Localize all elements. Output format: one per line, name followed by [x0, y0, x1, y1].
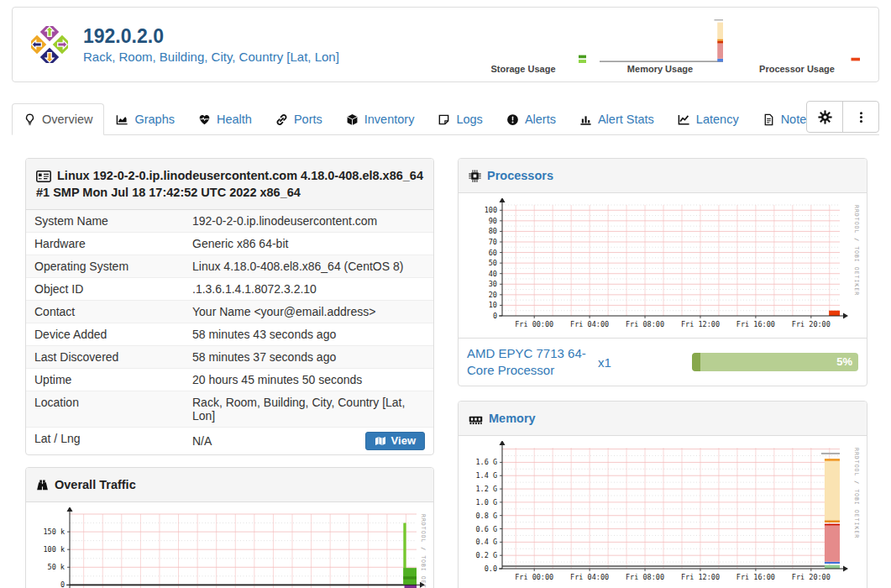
device-settings-button[interactable] — [807, 102, 842, 132]
microchip-icon — [469, 170, 481, 182]
heart-pulse-icon — [198, 113, 211, 126]
svg-text:70: 70 — [489, 238, 497, 246]
svg-text:0.2 G: 0.2 G — [475, 551, 497, 559]
svg-text:60: 60 — [489, 249, 497, 257]
view-button-label: View — [391, 434, 416, 448]
row-label: Operating System — [26, 255, 184, 277]
overall-traffic-panel: Overall Traffic 050 k100 k150 kRRDTOOL /… — [25, 467, 434, 588]
row-label: Object ID — [26, 278, 184, 300]
device-header-card: 192.0.2.0 Rack, Room, Building, City, Co… — [12, 7, 879, 82]
row-value: Your Name <your@email.address> — [184, 301, 433, 323]
svg-text:Fri 04:00: Fri 04:00 — [570, 320, 609, 328]
memory-graph[interactable]: 0.00.2 G0.4 G0.6 G0.8 G1.0 G1.2 G1.4 G1.… — [464, 441, 860, 585]
cpu-usage-fill — [692, 353, 700, 371]
area-chart-icon — [116, 113, 128, 126]
table-row: Operating SystemLinux 4.18.0-408.el8.x86… — [26, 255, 433, 277]
storage-usage-label: Storage Usage — [460, 64, 586, 74]
storage-usage-sparkline[interactable] — [460, 19, 586, 63]
row-label: System Name — [26, 210, 184, 232]
cpu-name-link[interactable]: AMD EPYC 7713 64-Core Processor — [467, 345, 593, 379]
row-label: Device Added — [26, 323, 184, 345]
memory-usage-sparkline[interactable] — [597, 19, 723, 63]
processors-graph[interactable]: 0102030405060708090100Fri 00:00Fri 04:00… — [464, 198, 860, 333]
svg-text:Fri 16:00: Fri 16:00 — [736, 320, 775, 328]
svg-text:50: 50 — [489, 259, 497, 267]
table-row: HardwareGeneric x86 64-bit — [26, 232, 433, 255]
tab-graphs[interactable]: Graphs — [104, 103, 186, 135]
cpu-count: x1 — [598, 355, 611, 370]
svg-text:0.4 G: 0.4 G — [475, 538, 497, 546]
svg-text:30: 30 — [489, 280, 497, 288]
processor-usage-label: Processor Usage — [734, 64, 860, 74]
mini-graph-memory: Memory Usage — [597, 19, 723, 74]
memory-header: Memory — [459, 402, 867, 436]
row-value: 192-0-2-0.ip.linodeusercontent.com — [184, 210, 433, 232]
tab-logs[interactable]: Logs — [426, 103, 494, 135]
centos-logo — [31, 26, 68, 63]
tab-inventory[interactable]: Inventory — [334, 103, 427, 135]
table-row: Last Discovered58 minutes 37 seconds ago — [26, 345, 433, 368]
id-card-icon — [36, 171, 51, 182]
device-overview-page: 192.0.2.0 Rack, Room, Building, City, Co… — [0, 0, 891, 588]
processors-title: Processors — [487, 169, 553, 182]
system-info-header: Linux 192-0-2-0.ip.linodeusercontent.com… — [26, 159, 433, 210]
tab-label: Alert Stats — [598, 113, 654, 126]
memory-usage-label: Memory Usage — [597, 64, 723, 74]
processor-usage-sparkline[interactable] — [734, 19, 860, 63]
svg-text:80: 80 — [489, 227, 497, 235]
row-value: Rack, Room, Building, City, Country [Lat… — [184, 391, 433, 427]
rrdtool-watermark: RRDTOOL / TOBI OETIKER — [420, 514, 427, 588]
svg-text:0.8 G: 0.8 G — [475, 512, 497, 520]
row-value: 58 minutes 43 seconds ago — [184, 323, 433, 345]
cpu-usage-percent: 5% — [836, 353, 852, 371]
svg-text:Fri 16:00: Fri 16:00 — [736, 573, 775, 581]
tab-health[interactable]: Health — [186, 103, 264, 135]
binoculars-icon — [36, 479, 49, 491]
tab-label: Overview — [42, 113, 92, 126]
row-value: N/A View — [184, 428, 433, 454]
row-label: Location — [26, 391, 184, 427]
rrdtool-watermark: RRDTOOL / TOBI OETIKER — [853, 448, 860, 538]
tab-alert-stats[interactable]: Alert Stats — [568, 103, 666, 135]
svg-text:100 k: 100 k — [43, 545, 65, 554]
svg-text:1.2 G: 1.2 G — [475, 485, 497, 493]
system-info-panel: Linux 192-0-2-0.ip.linodeusercontent.com… — [25, 158, 434, 455]
view-map-button[interactable]: View — [365, 432, 425, 450]
link-icon — [275, 113, 288, 126]
svg-text:Fri 00:00: Fri 00:00 — [515, 320, 553, 328]
device-tabbar: Overview Graphs Health Ports Inventory L… — [12, 99, 879, 135]
bar-chart-icon — [579, 113, 592, 126]
svg-text:1.6 G: 1.6 G — [475, 458, 497, 466]
tab-ports[interactable]: Ports — [264, 103, 334, 135]
svg-text:Fri 12:00: Fri 12:00 — [681, 573, 720, 581]
table-row: Uptime20 hours 45 minutes 50 seconds — [26, 368, 433, 391]
cube-icon — [346, 113, 359, 126]
row-value: 58 minutes 37 seconds ago — [184, 346, 433, 368]
svg-text:0: 0 — [60, 580, 65, 588]
cpu-usage-bar: 5% — [692, 353, 858, 371]
tab-overview[interactable]: Overview — [12, 103, 104, 135]
tab-action-buttons — [806, 101, 879, 133]
device-location-link[interactable]: Rack, Room, Building, City, Country [Lat… — [83, 50, 339, 64]
tab-latency[interactable]: Latency — [666, 103, 751, 135]
file-lines-icon — [763, 113, 775, 126]
overall-traffic-graph[interactable]: 050 k100 k150 kRRDTOOL / TOBI OETIKER — [31, 507, 427, 588]
overall-traffic-title: Overall Traffic — [55, 478, 136, 491]
rrdtool-watermark: RRDTOOL / TOBI OETIKER — [853, 205, 860, 296]
svg-text:Fri 20:00: Fri 20:00 — [792, 320, 831, 328]
row-label: Lat / Lng — [26, 428, 184, 454]
device-titles: 192.0.2.0 Rack, Room, Building, City, Co… — [83, 25, 339, 64]
svg-text:150 k: 150 k — [43, 528, 65, 536]
tab-alerts[interactable]: Alerts — [495, 103, 568, 135]
map-icon — [375, 436, 386, 446]
svg-text:50 k: 50 k — [48, 563, 65, 571]
tab-label: Latency — [696, 113, 739, 126]
tab-label: Inventory — [364, 113, 415, 126]
system-info-table: System Name192-0-2-0.ip.linodeuserconten… — [26, 210, 433, 454]
device-more-menu-button[interactable] — [842, 102, 878, 132]
memory-panel: Memory 0.00.2 G0.4 G0.6 G0.8 G1.0 G1.2 G… — [458, 401, 867, 588]
latlng-value: N/A — [192, 434, 212, 448]
tab-label: Alerts — [525, 113, 556, 126]
row-value: 20 hours 45 minutes 50 seconds — [184, 369, 433, 391]
processor-row: AMD EPYC 7713 64-Core Processor x1 5% — [459, 338, 867, 386]
